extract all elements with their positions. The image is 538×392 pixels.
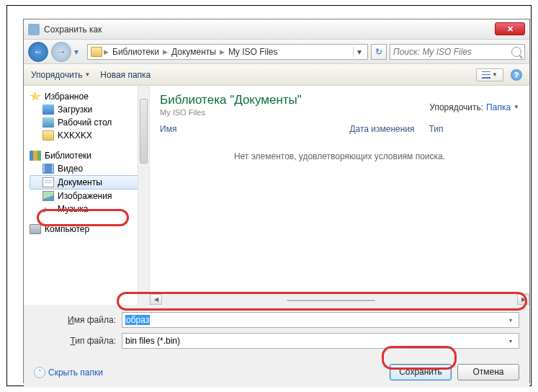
address-dropdown[interactable]: ▾ xyxy=(353,47,364,57)
titlebar[interactable]: Сохранить как ✕ xyxy=(24,19,529,40)
tree-item-downloads[interactable]: Загрузки xyxy=(30,103,146,116)
nav-bar: ← → ▾ ▶ Библиотеки ▶ Документы ▶ My ISO … xyxy=(24,40,529,64)
folder-tree: Избранное Загрузки Рабочий стол KXKXKX Б… xyxy=(24,90,149,236)
chevron-up-icon: ˄ xyxy=(34,367,45,378)
music-icon: ♪ xyxy=(42,204,54,214)
tree-item-documents[interactable]: Документы xyxy=(30,175,146,190)
computer-group[interactable]: Компьютер xyxy=(30,223,146,236)
computer-icon xyxy=(30,224,41,234)
scroll-left-button[interactable]: ◀ xyxy=(150,294,162,305)
library-title: Библиотека "Документы" xyxy=(160,93,429,107)
chevron-down-icon[interactable]: ▾ xyxy=(506,317,516,324)
video-icon xyxy=(42,164,54,174)
chevron-right-icon[interactable]: ▶ xyxy=(104,48,109,55)
star-icon xyxy=(30,92,41,102)
empty-message: Нет элементов, удовлетворяющих условиям … xyxy=(234,151,445,161)
libraries-icon xyxy=(30,151,41,161)
tree-item-music[interactable]: ♪Музыка xyxy=(30,202,146,215)
column-name[interactable]: Имя xyxy=(160,124,176,134)
refresh-button[interactable]: ↻ xyxy=(371,44,387,60)
save-as-dialog: Сохранить как ✕ ← → ▾ ▶ Библиотеки ▶ Док… xyxy=(23,19,530,383)
folder-icon xyxy=(91,47,102,57)
forward-button[interactable]: → xyxy=(51,42,71,62)
folder-icon xyxy=(42,130,54,141)
scrollbar-thumb[interactable] xyxy=(140,99,148,164)
breadcrumb-segment[interactable]: Библиотеки xyxy=(110,47,161,57)
back-button[interactable]: ← xyxy=(28,42,48,62)
favorites-group[interactable]: Избранное xyxy=(30,90,146,103)
downloads-icon xyxy=(42,104,54,115)
arrange-by-dropdown[interactable]: Упорядочить: Папка ▼ xyxy=(429,93,519,117)
address-bar[interactable]: ▶ Библиотеки ▶ Документы ▶ My ISO Files … xyxy=(87,44,368,60)
chevron-down-icon: ▼ xyxy=(492,71,498,78)
file-list[interactable]: Нет элементов, удовлетворяющих условиям … xyxy=(150,137,529,293)
chevron-right-icon[interactable]: ▶ xyxy=(220,48,225,55)
column-date[interactable]: Дата изменения xyxy=(349,124,414,134)
help-button[interactable]: ? xyxy=(511,69,522,81)
toolbar: Упорядочить▼ Новая папка ▼ ? xyxy=(24,64,529,86)
file-list-pane: Библиотека "Документы" My ISO Files Упор… xyxy=(150,86,529,305)
list-view-icon xyxy=(482,71,490,79)
column-headers: Имя Дата изменения Тип xyxy=(150,121,529,137)
breadcrumb-segment[interactable]: Документы xyxy=(169,47,218,57)
scrollbar-thumb[interactable] xyxy=(287,300,375,301)
chevron-down-icon[interactable]: ▾ xyxy=(506,338,516,344)
nav-history-dropdown[interactable]: ▾ xyxy=(74,45,84,59)
filename-input[interactable]: образ ▾ xyxy=(122,312,519,328)
filetype-label: Тип файла: xyxy=(34,336,122,346)
dialog-body: Избранное Загрузки Рабочий стол KXKXKX Б… xyxy=(24,86,529,305)
filetype-select[interactable]: bin files (*.bin) ▾ xyxy=(122,333,519,349)
chevron-right-icon[interactable]: ▶ xyxy=(163,48,168,55)
library-subtitle: My ISO Files xyxy=(160,108,429,117)
tree-item-video[interactable]: Видео xyxy=(30,162,146,175)
view-options-button[interactable]: ▼ xyxy=(476,68,503,81)
column-type[interactable]: Тип xyxy=(429,124,444,134)
organize-menu[interactable]: Упорядочить▼ xyxy=(31,70,90,80)
chevron-down-icon: ▼ xyxy=(84,71,90,78)
cancel-button[interactable]: Отмена xyxy=(457,364,519,380)
screenshot-viewport: Сохранить как ✕ ← → ▾ ▶ Библиотеки ▶ Док… xyxy=(6,5,532,386)
save-form: Имя файла: образ ▾ Тип файла: bin files … xyxy=(24,305,529,358)
image-icon xyxy=(42,191,54,201)
horizontal-scrollbar[interactable]: ◀ ▶ xyxy=(150,293,529,305)
scroll-right-button[interactable]: ▶ xyxy=(517,294,529,305)
tree-item-desktop[interactable]: Рабочий стол xyxy=(30,116,146,129)
tree-item-images[interactable]: Изображения xyxy=(30,190,146,202)
document-icon xyxy=(42,177,54,187)
close-button[interactable]: ✕ xyxy=(495,22,525,35)
filename-value: образ xyxy=(125,315,150,325)
search-box[interactable] xyxy=(390,44,525,60)
app-icon xyxy=(28,24,40,35)
tree-item-kxk[interactable]: KXKXKX xyxy=(30,129,146,142)
chevron-down-icon: ▼ xyxy=(514,104,519,110)
search-input[interactable] xyxy=(393,47,508,57)
navigation-pane: Избранное Загрузки Рабочий стол KXKXKX Б… xyxy=(24,86,150,305)
save-button[interactable]: Сохранить xyxy=(390,364,452,380)
filename-label: Имя файла: xyxy=(34,315,122,325)
hide-folders-toggle[interactable]: ˄ Скрыть папки xyxy=(34,367,103,378)
window-title: Сохранить как xyxy=(44,24,102,35)
libraries-group[interactable]: Библиотеки xyxy=(30,149,146,162)
sidebar-scrollbar[interactable] xyxy=(138,86,149,305)
dialog-footer: ˄ Скрыть папки Сохранить Отмена xyxy=(24,358,529,388)
breadcrumb-segment[interactable]: My ISO Files xyxy=(226,47,280,57)
search-icon xyxy=(511,47,521,57)
new-folder-button[interactable]: Новая папка xyxy=(100,70,151,80)
desktop-icon xyxy=(42,117,54,128)
filetype-value: bin files (*.bin) xyxy=(125,336,180,346)
